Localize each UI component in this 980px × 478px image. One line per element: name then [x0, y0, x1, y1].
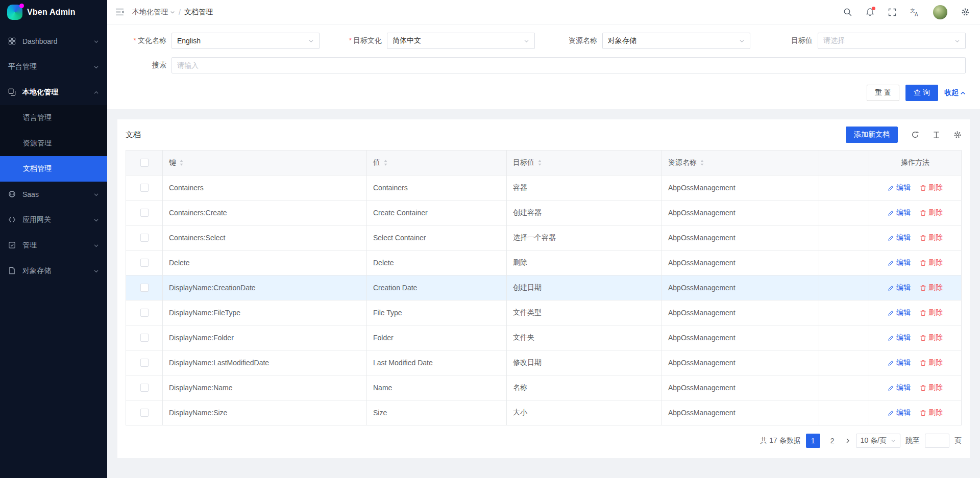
row-checkbox[interactable]: [140, 209, 149, 217]
sidebar-item-resource[interactable]: 资源管理: [0, 131, 107, 156]
add-document-button[interactable]: 添加新文档: [846, 127, 898, 143]
refresh-icon[interactable]: [911, 131, 919, 139]
sidebar-item-label: Saas: [22, 190, 39, 198]
edit-button[interactable]: 编辑: [888, 383, 911, 392]
fullscreen-icon[interactable]: [888, 8, 896, 16]
cell-key: DisplayName:Name: [163, 375, 367, 400]
target-culture-select[interactable]: 简体中文: [387, 33, 535, 49]
sidebar-item-dashboard[interactable]: Dashboard: [0, 29, 107, 54]
row-checkbox[interactable]: [140, 234, 149, 242]
sidebar-item-localization[interactable]: 本地化管理: [0, 80, 107, 105]
delete-button[interactable]: 删除: [920, 308, 943, 317]
menu-fold-icon[interactable]: [115, 8, 124, 16]
table-row: Delete Delete 删除 AbpOssManagement 编辑 删除: [126, 250, 961, 275]
cell-key: DisplayName:Folder: [163, 325, 367, 350]
cell-value: Create Container: [367, 200, 507, 225]
culture-name-select[interactable]: English: [172, 33, 320, 49]
row-checkbox[interactable]: [140, 409, 149, 417]
jump-page-input[interactable]: [925, 434, 949, 448]
delete-button[interactable]: 删除: [920, 383, 943, 392]
target-value-select[interactable]: 请选择: [818, 33, 966, 49]
row-checkbox[interactable]: [140, 284, 149, 292]
select-all-checkbox[interactable]: [140, 159, 149, 167]
sidebar-item-language[interactable]: 语言管理: [0, 105, 107, 131]
resource-name-select[interactable]: 对象存储: [602, 33, 750, 49]
query-button[interactable]: 查 询: [905, 85, 938, 101]
sidebar-item-management[interactable]: 管理: [0, 233, 107, 258]
delete-button[interactable]: 删除: [920, 233, 943, 242]
edit-button[interactable]: 编辑: [888, 183, 911, 192]
notification-bell-icon[interactable]: [866, 8, 874, 16]
edit-button[interactable]: 编辑: [888, 308, 911, 317]
column-settings-gear-icon[interactable]: [953, 131, 962, 139]
row-checkbox[interactable]: [140, 359, 149, 367]
cell-value: Select Container: [367, 225, 507, 250]
delete-button[interactable]: 删除: [920, 258, 943, 267]
row-checkbox[interactable]: [140, 334, 149, 342]
cell-key: DisplayName:FileType: [163, 300, 367, 325]
app-root: Vben Admin Dashboard 平台管理 本地化管理 语言管理: [0, 0, 980, 478]
page-size-select[interactable]: 10 条/页: [856, 434, 900, 448]
reset-button[interactable]: 重 置: [867, 85, 899, 101]
delete-button[interactable]: 删除: [920, 333, 943, 342]
sidebar-item-gateway[interactable]: 应用网关: [0, 207, 107, 233]
sidebar-item-label: 本地化管理: [22, 88, 58, 97]
sidebar-item-document[interactable]: 文档管理: [0, 156, 107, 182]
edit-button[interactable]: 编辑: [888, 233, 911, 242]
edit-button[interactable]: 编辑: [888, 408, 911, 417]
sidebar-item-storage[interactable]: 对象存储: [0, 258, 107, 284]
cell-target-value: 创建日期: [507, 275, 662, 300]
sidebar-item-saas[interactable]: Saas: [0, 182, 107, 207]
row-height-icon[interactable]: [933, 131, 940, 139]
edit-button[interactable]: 编辑: [888, 333, 911, 342]
filter-row-1: *文化名称 English *目标文化 简体中文 资源名称 对象存储 目标值 请…: [121, 33, 966, 49]
sort-icon[interactable]: [700, 159, 704, 166]
cell-key: DisplayName:Size: [163, 400, 367, 425]
chevron-down-icon: [954, 38, 960, 44]
delete-button[interactable]: 删除: [920, 358, 943, 367]
page-button-1[interactable]: 1: [806, 434, 820, 448]
cell-empty: [819, 250, 869, 275]
table-header-row: 键 值 目标值 资源名称 操作方法: [126, 150, 961, 175]
cell-key: Delete: [163, 250, 367, 275]
sort-icon[interactable]: [537, 159, 542, 166]
localization-icon: [8, 88, 16, 96]
breadcrumb-parent[interactable]: 本地化管理: [132, 8, 175, 17]
cell-empty: [819, 400, 869, 425]
search-input[interactable]: [172, 57, 966, 73]
settings-gear-icon[interactable]: [961, 8, 970, 16]
header-actions: 文A: [843, 5, 970, 19]
sidebar-item-platform[interactable]: 平台管理: [0, 54, 107, 80]
next-page-icon[interactable]: [845, 438, 851, 444]
cell-value: Creation Date: [367, 275, 507, 300]
row-checkbox[interactable]: [140, 184, 149, 192]
search-icon[interactable]: [843, 8, 852, 16]
gateway-icon: [8, 216, 16, 224]
sort-icon[interactable]: [383, 159, 388, 166]
row-checkbox[interactable]: [140, 384, 149, 392]
delete-button[interactable]: 删除: [920, 283, 943, 292]
chevron-down-icon: [739, 38, 745, 44]
delete-button[interactable]: 删除: [920, 183, 943, 192]
chevron-down-icon: [93, 217, 99, 223]
row-checkbox[interactable]: [140, 259, 149, 267]
delete-button[interactable]: 删除: [920, 408, 943, 417]
edit-button[interactable]: 编辑: [888, 208, 911, 217]
row-checkbox[interactable]: [140, 309, 149, 317]
breadcrumb: 本地化管理 / 文档管理: [132, 8, 213, 17]
edit-button[interactable]: 编辑: [888, 258, 911, 267]
avatar[interactable]: [933, 5, 947, 19]
table-row: DisplayName:Name Name 名称 AbpOssManagemen…: [126, 375, 961, 400]
page-button-2[interactable]: 2: [825, 434, 840, 448]
edit-button[interactable]: 编辑: [888, 358, 911, 367]
edit-button[interactable]: 编辑: [888, 283, 911, 292]
collapse-link[interactable]: 收起: [944, 88, 966, 97]
delete-button[interactable]: 删除: [920, 208, 943, 217]
sidebar-item-label: Dashboard: [22, 37, 58, 45]
chevron-down-icon: [93, 64, 99, 70]
chevron-down-icon: [170, 10, 175, 15]
toolbar-actions: 添加新文档: [846, 127, 962, 143]
sort-icon[interactable]: [179, 159, 184, 166]
translate-icon[interactable]: 文A: [910, 8, 919, 17]
chevron-down-icon: [891, 438, 896, 443]
